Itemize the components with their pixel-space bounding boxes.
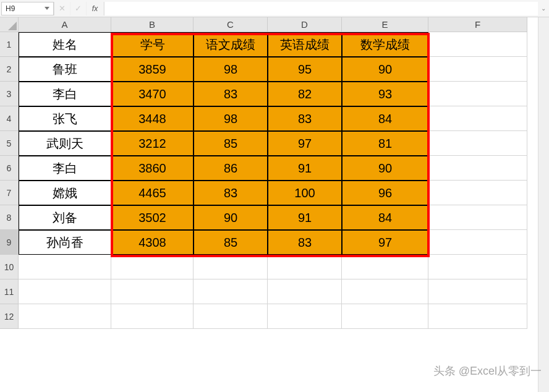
formula-bar: H9 ✕ ✓ fx ⌄ [0, 0, 549, 17]
cell-math[interactable]: 93 [342, 82, 428, 106]
header-chinese[interactable]: 语文成绩 [194, 32, 268, 57]
name-box[interactable]: H9 [1, 2, 54, 15]
cell-math[interactable]: 90 [342, 156, 428, 181]
cell-english[interactable]: 95 [268, 57, 342, 82]
cell-chinese[interactable]: 83 [194, 181, 268, 205]
cell-empty[interactable] [428, 82, 527, 106]
row-header-7[interactable]: 7 [0, 181, 19, 205]
cell-english[interactable]: 97 [268, 131, 342, 156]
col-header-e[interactable]: E [342, 17, 428, 32]
cell-chinese[interactable]: 98 [194, 106, 268, 131]
cell-empty[interactable] [342, 255, 428, 279]
row-header-8[interactable]: 8 [0, 205, 19, 230]
cell-empty[interactable] [428, 279, 527, 304]
cell-empty[interactable] [428, 205, 527, 230]
cell-math[interactable]: 90 [342, 57, 428, 82]
cell-english[interactable]: 91 [268, 205, 342, 230]
col-header-f[interactable]: F [428, 17, 527, 32]
cell-name[interactable]: 嫦娥 [19, 181, 111, 205]
cell-name[interactable]: 张飞 [19, 106, 111, 131]
vertical-scrollbar[interactable] [538, 17, 549, 392]
cell-empty[interactable] [19, 279, 111, 304]
cell-id[interactable]: 3212 [111, 131, 194, 156]
cell-empty[interactable] [194, 255, 268, 279]
table-row: 1 姓名 学号 语文成绩 英语成绩 数学成绩 [0, 32, 549, 57]
cell-english[interactable]: 83 [268, 106, 342, 131]
cell-empty[interactable] [194, 304, 268, 329]
cell-id[interactable]: 3860 [111, 156, 194, 181]
cell-chinese[interactable]: 85 [194, 131, 268, 156]
cell-chinese[interactable]: 85 [194, 230, 268, 255]
cell-empty[interactable] [268, 255, 342, 279]
cell-empty[interactable] [268, 304, 342, 329]
cell-empty[interactable] [428, 156, 527, 181]
row-header-1[interactable]: 1 [0, 32, 19, 57]
cell-id[interactable]: 4308 [111, 230, 194, 255]
cell-empty[interactable] [428, 230, 527, 255]
formula-input[interactable] [104, 2, 538, 15]
cell-empty[interactable] [342, 304, 428, 329]
cell-empty[interactable] [428, 131, 527, 156]
name-box-dropdown-icon[interactable] [45, 7, 49, 10]
cell-chinese[interactable]: 98 [194, 57, 268, 82]
cell-name[interactable]: 武则天 [19, 131, 111, 156]
cell-chinese[interactable]: 86 [194, 156, 268, 181]
header-id[interactable]: 学号 [111, 32, 194, 57]
formula-expand-icon[interactable]: ⌄ [538, 5, 549, 12]
row-header-6[interactable]: 6 [0, 156, 19, 181]
cell-id[interactable]: 3502 [111, 205, 194, 230]
row-header-4[interactable]: 4 [0, 106, 19, 131]
row-header-2[interactable]: 2 [0, 57, 19, 82]
row-header-9[interactable]: 9 [0, 230, 19, 255]
cell-empty[interactable] [111, 304, 194, 329]
cell-empty[interactable] [428, 255, 527, 279]
cell-empty[interactable] [428, 181, 527, 205]
cell-empty[interactable] [194, 279, 268, 304]
cell-name[interactable]: 李白 [19, 82, 111, 106]
cell-chinese[interactable]: 83 [194, 82, 268, 106]
header-name[interactable]: 姓名 [19, 32, 111, 57]
table-row: 10 [0, 255, 549, 279]
row-header-3[interactable]: 3 [0, 82, 19, 106]
cell-english[interactable]: 100 [268, 181, 342, 205]
cell-name[interactable]: 李白 [19, 156, 111, 181]
cell-id[interactable]: 3470 [111, 82, 194, 106]
cell-empty[interactable] [428, 32, 527, 57]
cell-empty[interactable] [19, 304, 111, 329]
cell-name[interactable]: 鲁班 [19, 57, 111, 82]
header-math[interactable]: 数学成绩 [342, 32, 428, 57]
col-header-b[interactable]: B [111, 17, 194, 32]
col-header-a[interactable]: A [19, 17, 111, 32]
cell-empty[interactable] [111, 255, 194, 279]
cell-empty[interactable] [428, 304, 527, 329]
cell-math[interactable]: 81 [342, 131, 428, 156]
cell-id[interactable]: 3859 [111, 57, 194, 82]
row-header-11[interactable]: 11 [0, 279, 19, 304]
cell-english[interactable]: 83 [268, 230, 342, 255]
row-header-10[interactable]: 10 [0, 255, 19, 279]
cell-name[interactable]: 孙尚香 [19, 230, 111, 255]
header-english[interactable]: 英语成绩 [268, 32, 342, 57]
cell-empty[interactable] [268, 279, 342, 304]
cell-math[interactable]: 96 [342, 181, 428, 205]
cell-name[interactable]: 刘备 [19, 205, 111, 230]
row-header-5[interactable]: 5 [0, 131, 19, 156]
cell-empty[interactable] [428, 57, 527, 82]
cell-id[interactable]: 4465 [111, 181, 194, 205]
cell-math[interactable]: 84 [342, 106, 428, 131]
cell-empty[interactable] [342, 279, 428, 304]
cell-empty[interactable] [428, 106, 527, 131]
cell-math[interactable]: 97 [342, 230, 428, 255]
cell-id[interactable]: 3448 [111, 106, 194, 131]
cell-empty[interactable] [111, 279, 194, 304]
select-all-corner[interactable] [0, 17, 19, 32]
col-header-d[interactable]: D [268, 17, 342, 32]
col-header-c[interactable]: C [194, 17, 268, 32]
fx-icon[interactable]: fx [87, 2, 104, 15]
cell-english[interactable]: 82 [268, 82, 342, 106]
cell-empty[interactable] [19, 255, 111, 279]
cell-english[interactable]: 91 [268, 156, 342, 181]
cell-math[interactable]: 84 [342, 205, 428, 230]
cell-chinese[interactable]: 90 [194, 205, 268, 230]
row-header-12[interactable]: 12 [0, 304, 19, 329]
